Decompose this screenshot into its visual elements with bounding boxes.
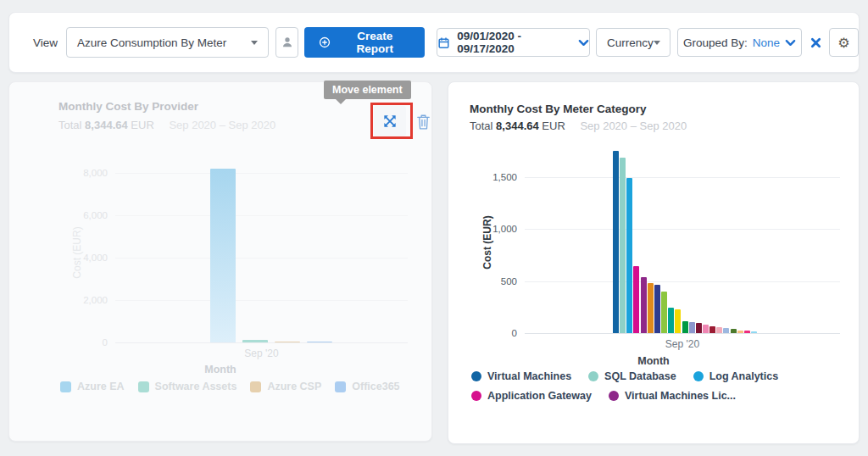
gridline	[525, 229, 840, 230]
right-legend: Virtual MachinesSQL DatabaseLog Analytic…	[471, 370, 822, 402]
currency-label: Currency	[607, 36, 654, 49]
bar[interactable]	[737, 331, 743, 333]
bar[interactable]	[716, 327, 722, 333]
bar[interactable]	[648, 283, 654, 333]
view-dropdown-value: Azure Consumption By Meter	[77, 36, 226, 49]
left-y-axis-label: Cost (EUR)	[71, 214, 83, 291]
legend-label: Software Assets	[155, 381, 237, 392]
bar[interactable]	[731, 329, 737, 333]
toolbar: View Azure Consumption By Meter Create R…	[8, 12, 860, 73]
gridline	[115, 300, 408, 301]
right-chart-title: Monthly Cost By Meter Category	[470, 103, 647, 115]
right-plot-area: 05001,0001,500Sep '20	[525, 146, 840, 333]
period-label: Sep 2020 – Sep 2020	[580, 120, 687, 132]
y-tick-label: 500	[501, 276, 525, 286]
y-tick-label: 6,000	[83, 210, 115, 220]
user-button[interactable]	[275, 27, 298, 58]
legend-swatch	[609, 391, 619, 401]
gridline	[525, 281, 840, 282]
legend-item[interactable]: Azure EA	[60, 381, 125, 392]
bar[interactable]	[675, 309, 681, 333]
caret-down-icon	[251, 41, 258, 45]
total-value: 8,344.64	[496, 120, 539, 132]
create-report-button[interactable]: Create Report	[304, 27, 425, 58]
y-tick-label: 1,500	[492, 172, 525, 182]
total-value: 8,344.64	[85, 119, 128, 131]
left-legend: Azure EASoftware AssetsAzure CSPOffice36…	[60, 381, 400, 392]
caret-down-icon	[654, 41, 660, 45]
bar[interactable]	[696, 323, 702, 333]
date-range-value: 09/01/2020 - 09/17/2020	[457, 30, 571, 55]
y-tick-label: 0	[512, 328, 525, 338]
legend-swatch	[471, 391, 481, 401]
bar[interactable]	[723, 328, 729, 333]
bar[interactable]	[709, 326, 715, 333]
total-currency: EUR	[542, 120, 565, 132]
bar[interactable]	[626, 178, 632, 333]
right-chart-panel: Monthly Cost By Meter Category Total 8,3…	[448, 81, 860, 444]
legend-label: Azure CSP	[267, 381, 321, 392]
y-tick-label: 1,000	[492, 224, 525, 234]
view-dropdown[interactable]: Azure Consumption By Meter	[66, 27, 269, 58]
trash-icon	[415, 113, 431, 131]
legend-label: Azure EA	[77, 381, 125, 392]
gear-icon: ⚙	[837, 35, 849, 51]
bar[interactable]	[210, 169, 236, 342]
left-chart-title: Monthly Cost By Provider	[58, 100, 198, 113]
bar[interactable]	[689, 322, 695, 333]
legend-label: SQL Database	[604, 370, 676, 382]
legend-item[interactable]: Virtual Machines Lic...	[609, 390, 736, 402]
plus-circle-icon	[318, 36, 331, 49]
create-report-label: Create Report	[338, 30, 411, 55]
delete-widget-button[interactable]	[413, 110, 433, 132]
right-x-axis-label: Month	[448, 355, 859, 367]
y-tick-label: 8,000	[83, 168, 115, 178]
legend-item[interactable]: SQL Database	[588, 370, 676, 382]
total-label: Total	[58, 119, 81, 131]
bar[interactable]	[242, 340, 268, 342]
period-label: Sep 2020 – Sep 2020	[169, 119, 275, 131]
bar[interactable]	[703, 325, 709, 333]
legend-item[interactable]: Log Analytics	[693, 370, 779, 382]
legend-item[interactable]: Virtual Machines	[471, 370, 571, 382]
legend-swatch	[250, 381, 261, 392]
legend-swatch	[138, 381, 149, 392]
legend-item[interactable]: Azure CSP	[250, 381, 321, 392]
gridline	[115, 258, 408, 259]
legend-label: Virtual Machines Lic...	[625, 390, 736, 402]
legend-item[interactable]: Office365	[335, 381, 399, 392]
legend-item[interactable]: Application Gateway	[471, 390, 592, 402]
view-label: View	[33, 36, 58, 49]
bar[interactable]	[633, 266, 639, 333]
bar[interactable]	[668, 308, 674, 333]
legend-item[interactable]: Software Assets	[138, 381, 237, 392]
bar[interactable]	[661, 292, 667, 333]
bar[interactable]	[654, 285, 660, 333]
bar[interactable]	[751, 331, 757, 333]
bar[interactable]	[275, 342, 300, 342]
y-tick-label: 4,000	[83, 253, 115, 263]
legend-swatch	[471, 371, 481, 381]
grouped-by-label: Grouped By:	[683, 36, 748, 49]
close-icon[interactable]	[810, 37, 821, 48]
bar[interactable]	[620, 158, 626, 333]
total-label: Total	[470, 120, 492, 132]
bar[interactable]	[641, 277, 647, 333]
bar[interactable]	[744, 331, 750, 333]
tooltip-label: Move element	[332, 84, 403, 96]
legend-swatch	[588, 371, 598, 381]
x-axis-line	[115, 342, 408, 343]
currency-dropdown[interactable]: Currency	[596, 28, 670, 57]
y-tick-label: 0	[103, 337, 115, 348]
date-range-picker[interactable]: 09/01/2020 - 09/17/2020	[437, 28, 590, 57]
grouped-by-dropdown[interactable]: Grouped By: None	[677, 28, 802, 57]
y-tick-label: 2,000	[83, 295, 115, 305]
move-element-button[interactable]	[374, 106, 406, 136]
settings-button[interactable]: ⚙	[829, 28, 859, 57]
bar[interactable]	[682, 321, 688, 333]
bar[interactable]	[613, 151, 619, 333]
legend-label: Virtual Machines	[487, 370, 571, 382]
legend-label: Office365	[352, 381, 399, 392]
bar[interactable]	[307, 342, 332, 342]
total-currency: EUR	[131, 119, 153, 131]
